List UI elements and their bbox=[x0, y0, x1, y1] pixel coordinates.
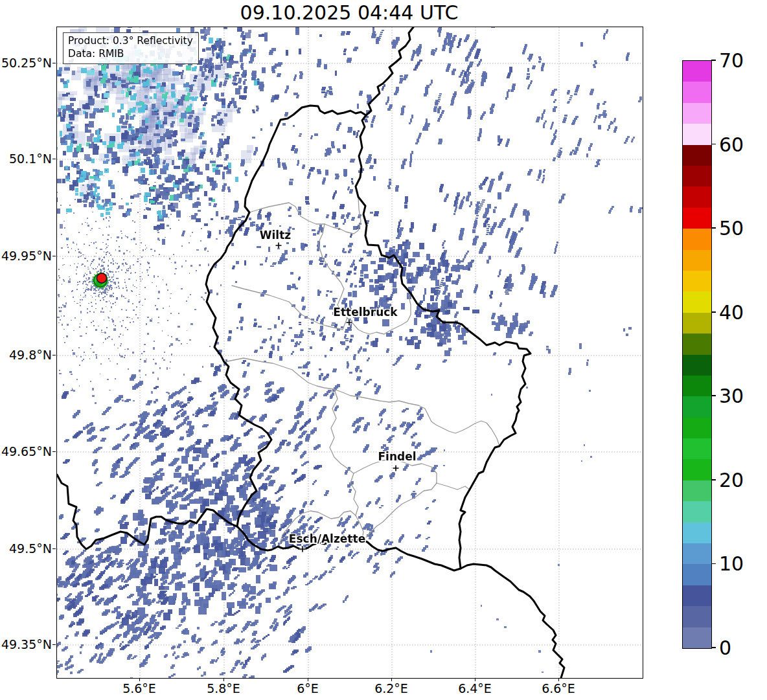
colorbar-segment bbox=[683, 522, 711, 543]
city-marker bbox=[393, 466, 399, 471]
x-tick-mark bbox=[308, 678, 308, 681]
colorbar-segment bbox=[683, 333, 711, 355]
y-tick-label: 50.25°N bbox=[0, 56, 52, 70]
colorbar-tick-label: 50 bbox=[719, 217, 744, 240]
x-tick-mark bbox=[391, 678, 392, 681]
city-marker bbox=[347, 320, 352, 326]
colorbar-segment bbox=[683, 291, 711, 313]
x-tick-mark bbox=[475, 678, 475, 681]
colorbar-tick-label: 0 bbox=[719, 637, 731, 659]
colorbar-segment bbox=[683, 82, 711, 103]
colorbar-segment bbox=[683, 249, 711, 271]
colorbar-segment bbox=[683, 564, 711, 585]
colorbar-segment bbox=[683, 543, 711, 564]
y-tick-mark bbox=[52, 256, 56, 256]
x-tick-mark bbox=[139, 678, 140, 681]
city-marker bbox=[276, 243, 282, 249]
y-tick-label: 49.5°N bbox=[0, 541, 52, 556]
colorbar-tick-mark bbox=[711, 144, 716, 145]
y-tick-mark bbox=[52, 644, 56, 645]
colorbar-tick-label: 30 bbox=[719, 385, 744, 407]
data-source-line: Data: RMIB bbox=[68, 47, 193, 60]
x-tick-mark bbox=[558, 678, 559, 681]
y-tick-mark bbox=[52, 548, 56, 549]
x-tick-label: 6.2°E bbox=[374, 681, 408, 695]
colorbar-tick-label: 40 bbox=[719, 300, 744, 323]
city-label: Findel bbox=[378, 450, 416, 463]
colorbar-segment bbox=[683, 375, 711, 396]
colorbar-segment bbox=[683, 186, 711, 208]
colorbar-segment bbox=[683, 229, 711, 250]
y-tick-mark bbox=[52, 355, 56, 356]
colorbar-segment bbox=[683, 312, 711, 333]
colorbar-segment bbox=[683, 627, 711, 648]
x-tick-mark bbox=[223, 678, 224, 681]
y-tick-label: 49.95°N bbox=[0, 249, 52, 263]
colorbar bbox=[682, 60, 712, 649]
map-plot-area: Product: 0.3° Reflectivity Data: RMIB Wi… bbox=[56, 27, 643, 679]
colorbar-segment bbox=[683, 102, 711, 124]
radar-figure: 09.10.2025 04:44 UTC Product: 0.3° Refle… bbox=[0, 0, 767, 700]
colorbar-segment bbox=[683, 480, 711, 501]
x-tick-label: 6.4°E bbox=[458, 681, 492, 695]
x-tick-label: 6.6°E bbox=[542, 681, 575, 695]
radar-site-marker bbox=[92, 272, 109, 289]
product-info-box: Product: 0.3° Reflectivity Data: RMIB bbox=[63, 32, 199, 64]
y-tick-label: 49.35°N bbox=[0, 637, 52, 651]
colorbar-tick-label: 70 bbox=[719, 49, 744, 72]
colorbar-segment bbox=[683, 124, 711, 145]
y-tick-mark bbox=[52, 451, 56, 452]
colorbar-tick-mark bbox=[711, 563, 716, 565]
colorbar-tick-label: 60 bbox=[719, 133, 744, 155]
colorbar-tick-mark bbox=[711, 647, 716, 648]
colorbar-segment bbox=[683, 438, 711, 459]
y-tick-label: 49.8°N bbox=[0, 348, 52, 362]
city-label: Wiltz bbox=[260, 229, 291, 242]
colorbar-segment bbox=[683, 354, 711, 376]
y-tick-label: 50.1°N bbox=[0, 152, 52, 166]
radar-site-dot bbox=[97, 273, 106, 283]
colorbar-segment bbox=[683, 585, 711, 606]
colorbar-segment bbox=[683, 459, 711, 480]
colorbar-segment bbox=[683, 165, 711, 186]
colorbar-segment bbox=[683, 144, 711, 166]
x-tick-label: 5.8°E bbox=[207, 681, 240, 695]
product-info-line: Product: 0.3° Reflectivity bbox=[68, 34, 193, 47]
city-label: Esch/Alzette bbox=[289, 532, 365, 545]
colorbar-segment bbox=[683, 396, 711, 418]
city-marker bbox=[300, 547, 306, 552]
colorbar-segment bbox=[683, 606, 711, 627]
colorbar-tick-mark bbox=[711, 60, 716, 61]
markers-layer bbox=[57, 27, 643, 678]
colorbar-segment bbox=[683, 207, 711, 229]
colorbar-tick-mark bbox=[711, 311, 716, 313]
colorbar-segment bbox=[683, 270, 711, 291]
colorbar-tick-mark bbox=[711, 227, 716, 229]
colorbar-tick-mark bbox=[711, 479, 716, 480]
colorbar-segment bbox=[683, 501, 711, 523]
colorbar-tick-label: 10 bbox=[719, 552, 744, 575]
city-label: Ettelbruck bbox=[333, 306, 397, 319]
colorbar-tick-label: 20 bbox=[719, 468, 744, 491]
colorbar-tick-mark bbox=[711, 395, 716, 396]
x-tick-label: 5.6°E bbox=[122, 681, 156, 695]
y-tick-label: 49.65°N bbox=[0, 444, 52, 458]
colorbar-segment bbox=[683, 417, 711, 438]
y-tick-mark bbox=[52, 159, 56, 159]
x-tick-label: 6°E bbox=[297, 681, 319, 695]
figure-title: 09.10.2025 04:44 UTC bbox=[56, 1, 642, 24]
y-tick-mark bbox=[52, 63, 56, 63]
colorbar-segment bbox=[683, 60, 711, 82]
